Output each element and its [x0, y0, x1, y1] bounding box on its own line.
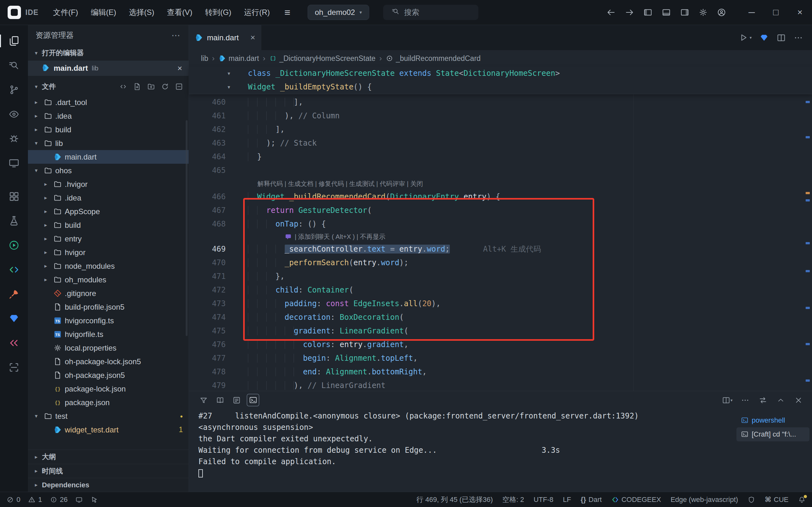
menu-item[interactable]: 选择(S) — [122, 4, 161, 21]
menu-item[interactable]: 文件(F) — [47, 4, 85, 21]
more-icon[interactable] — [794, 33, 803, 43]
sticky-line[interactable]: ▾class _DictionaryHomeScreenState extend… — [189, 67, 812, 80]
tree-item-local.properties[interactable]: local.properties — [28, 341, 188, 355]
layout-right-icon[interactable] — [678, 5, 692, 20]
new-folder-icon[interactable] — [145, 81, 157, 92]
bug-icon[interactable] — [4, 130, 23, 148]
layout-left-icon[interactable] — [641, 5, 655, 20]
tree-item-test[interactable]: ▾test● — [28, 409, 188, 423]
tree-item-entry[interactable]: ▸entry — [28, 232, 188, 245]
tree-item-.idea[interactable]: ▸.idea — [28, 109, 188, 123]
tree-item-.hvigor[interactable]: ▸.hvigor — [28, 177, 188, 191]
code-line-473[interactable]: 473 padding: const EdgeInsets.all(20), — [189, 297, 812, 311]
close-icon[interactable]: × — [177, 63, 182, 73]
status-errors[interactable]: 0 — [6, 496, 20, 504]
gem-icon[interactable] — [4, 309, 23, 327]
global-search[interactable]: 搜索 — [383, 5, 478, 20]
code-line-466[interactable]: 466 Widget _buildRecommendedCard(Diction… — [189, 190, 812, 204]
tree-item-main.dart[interactable]: main.dart — [28, 150, 188, 164]
split-editor-icon[interactable]: ▾ — [722, 395, 733, 405]
tree-item-oh-package.json5[interactable]: oh-package.json5 — [28, 369, 188, 382]
menu-item[interactable]: 编辑(E) — [85, 4, 122, 21]
gear-icon[interactable] — [696, 5, 710, 20]
search-icon[interactable] — [4, 56, 23, 74]
indentation[interactable]: 空格: 2 — [502, 495, 524, 504]
files-section-header[interactable]: ▾ 文件 — [28, 79, 188, 94]
code-line-477[interactable]: 477 begin: Alignment.topLeft, — [189, 351, 812, 365]
menu-item[interactable]: 查看(V) — [161, 4, 199, 21]
inline-chat-hint[interactable]: | 添加到聊天 ( Alt+X ) | 不再显示 — [189, 231, 812, 242]
code-green-icon[interactable] — [4, 261, 23, 279]
language-mode[interactable]: {}Dart — [581, 496, 602, 504]
open-editors-header[interactable]: ▾ 打开的编辑器 — [28, 45, 188, 61]
tree-item-oh_modules[interactable]: ▸oh_modules — [28, 273, 188, 286]
tree-item-oh-package-lock.json5[interactable]: oh-package-lock.json5 — [28, 355, 188, 369]
code-line-476[interactable]: 476 colors: entry.gradient, — [189, 338, 812, 351]
code-line-460[interactable]: 460 ], — [189, 96, 812, 109]
switch-icon[interactable] — [757, 395, 768, 405]
debug-target[interactable]: Edge (web-javascript) — [670, 496, 738, 504]
tab-close-icon[interactable]: × — [251, 33, 255, 43]
sidebar-section-dependencies[interactable]: ▸Dependencies — [28, 478, 188, 492]
tree-item-ohos[interactable]: ▾ohos — [28, 164, 188, 177]
terminal-item[interactable]: powershell — [737, 413, 809, 428]
tree-item-node_modules[interactable]: ▸node_modules — [28, 259, 188, 273]
tree-item-package.json[interactable]: {}package.json — [28, 396, 188, 409]
code-line-479[interactable]: 479 ), // LinearGradient — [189, 379, 812, 391]
device-icon[interactable] — [4, 154, 23, 172]
tree-item-.idea[interactable]: ▸.idea — [28, 191, 188, 205]
code-line-472[interactable]: 472 child: Container( — [189, 283, 812, 297]
tree-item-.gitignore[interactable]: .gitignore — [28, 286, 188, 300]
codegeex[interactable]: CODEGEEX — [611, 496, 661, 504]
arrow-left-icon[interactable] — [604, 5, 618, 20]
status-infos[interactable]: 26 — [50, 496, 68, 504]
code-line-461[interactable]: 461 ), // Column — [189, 109, 812, 123]
tree-item-hvigor[interactable]: ▸hvigor — [28, 245, 188, 259]
code-line-462[interactable]: 462 ], — [189, 123, 812, 136]
layout-bottom-icon[interactable] — [659, 5, 673, 20]
encoding[interactable]: UTF-8 — [534, 496, 553, 504]
files-icon[interactable] — [4, 32, 23, 50]
code-line-470[interactable]: 470 _performSearch(entry.word); — [189, 256, 812, 270]
security-shield[interactable] — [748, 496, 755, 504]
eol[interactable]: LF — [563, 496, 571, 504]
code-line-471[interactable]: 471 }, — [189, 270, 812, 283]
close-icon[interactable] — [793, 395, 804, 405]
edit-log-icon[interactable] — [230, 394, 243, 406]
tab-main-dart[interactable]: main.dart × — [189, 25, 261, 50]
breadcrumb-item[interactable]: lib — [201, 54, 208, 63]
tree-item-build[interactable]: ▸build — [28, 218, 188, 232]
new-file-icon[interactable] — [131, 81, 143, 92]
hamburger-menu-icon[interactable]: ≡ — [279, 7, 295, 18]
tree-item-AppScope[interactable]: ▸AppScope — [28, 205, 188, 218]
breadcrumb-item[interactable]: _DictionaryHomeScreenState — [269, 54, 376, 63]
previewer-icon[interactable] — [4, 236, 23, 254]
sidebar-section-[interactable]: ▸大纲 — [28, 450, 188, 464]
code-line-474[interactable]: 474 decoration: BoxDecoration( — [189, 311, 812, 324]
menu-item[interactable]: 运行(R) — [238, 4, 276, 21]
breadcrumb-item[interactable]: _buildRecommendedCard — [386, 54, 481, 63]
maximize-button[interactable]: □ — [764, 0, 788, 25]
tree-item-widget_test.dart[interactable]: widget_test.dart1 — [28, 423, 188, 437]
filter-icon[interactable] — [197, 394, 210, 406]
more-icon[interactable] — [740, 395, 750, 405]
collapse-icon[interactable] — [775, 395, 786, 405]
scan-icon[interactable] — [4, 358, 23, 376]
sidebar-scrollbar[interactable] — [186, 120, 187, 336]
breadcrumb-item[interactable]: main.dart — [218, 54, 259, 63]
debug-console[interactable]: #27 listenAndCompile.<anonymous closure>… — [189, 409, 737, 492]
terminal-item[interactable]: [Craft] cd "f:\... — [737, 428, 809, 441]
scm-icon[interactable] — [4, 81, 23, 99]
cursor-position[interactable]: 行 469, 列 45 (已选择36) — [417, 495, 493, 504]
more-actions-icon[interactable]: ⋯ — [171, 30, 181, 41]
tree-item-hvigorfile.ts[interactable]: TShvigorfile.ts — [28, 327, 188, 341]
code-line-463[interactable]: 463 ); // Stack — [189, 136, 812, 150]
collapse-all-icon[interactable] — [173, 81, 185, 92]
sticky-line[interactable]: ▾Widget _buildEmptyState() { — [189, 80, 812, 94]
tree-item-package-lock.json[interactable]: {}package-lock.json — [28, 382, 188, 396]
eye-icon[interactable] — [4, 105, 23, 123]
refresh-icon[interactable] — [159, 81, 171, 92]
tree-item-build-profile.json5[interactable]: build-profile.json5 — [28, 300, 188, 314]
status-warnings[interactable]: 1 — [28, 496, 42, 504]
angles-icon[interactable] — [4, 334, 23, 352]
